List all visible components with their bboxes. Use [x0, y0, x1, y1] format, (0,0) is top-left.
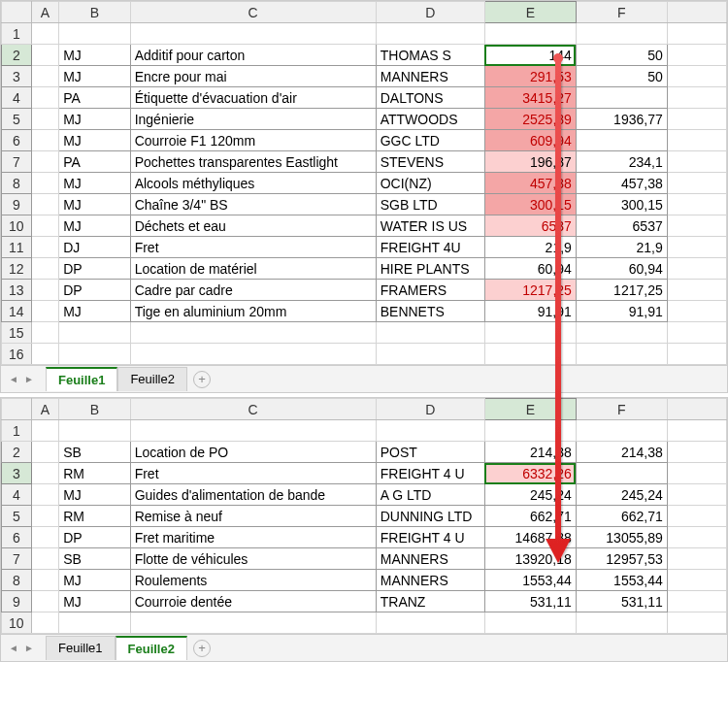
cell[interactable]: HIRE PLANTS — [376, 258, 484, 280]
cell[interactable]: A G LTD — [376, 484, 484, 506]
col-header-D[interactable]: D — [376, 399, 484, 420]
sheet-tab[interactable]: Feuille1 — [46, 367, 117, 391]
row-header[interactable]: 9 — [2, 194, 32, 215]
cell[interactable] — [667, 258, 726, 280]
cell[interactable]: Roulements — [130, 570, 376, 591]
cell[interactable]: 6332,26 — [484, 463, 576, 484]
grid-1[interactable]: A B C D E F 12MJAdditif pour cartonTHOMA… — [1, 1, 727, 365]
table-row[interactable]: 9MJChaîne 3/4" BSSGB LTD300,15300,15 — [2, 194, 727, 215]
cell[interactable]: 12957,53 — [576, 548, 667, 570]
cell[interactable] — [31, 612, 59, 634]
cell[interactable]: MJ — [59, 591, 130, 612]
table-row[interactable]: 9MJCourroie dentéeTRANZ531,11531,11 — [2, 591, 727, 612]
cell[interactable]: Fret — [130, 237, 376, 258]
cell[interactable]: Encre pour mai — [130, 66, 376, 87]
cell[interactable] — [59, 322, 130, 344]
table-row[interactable]: 5RMRemise à neufDUNNING LTD662,71662,71 — [2, 506, 727, 527]
cell[interactable] — [59, 612, 130, 634]
row-header[interactable]: 11 — [2, 237, 32, 258]
table-row[interactable]: 4MJGuides d'alimentation de bandeA G LTD… — [2, 484, 727, 506]
cell[interactable]: 3415,27 — [484, 87, 576, 109]
cell[interactable] — [667, 215, 726, 237]
table-row[interactable]: 12DPLocation de matérielHIRE PLANTS60,94… — [2, 258, 727, 280]
row-header[interactable]: 6 — [2, 130, 32, 151]
col-header-extra[interactable] — [667, 2, 726, 23]
cell[interactable]: SGB LTD — [376, 194, 484, 215]
cell[interactable] — [667, 612, 726, 634]
cell[interactable] — [667, 548, 726, 570]
column-headers[interactable]: A B C D E F — [2, 399, 727, 420]
cell[interactable]: Location de matériel — [130, 258, 376, 280]
cell[interactable] — [31, 237, 59, 258]
cell[interactable]: FRAMERS — [376, 280, 484, 301]
row-header[interactable]: 8 — [2, 173, 32, 194]
cell[interactable]: 14687,88 — [484, 527, 576, 548]
cell[interactable]: WATER IS US — [376, 215, 484, 237]
cell[interactable]: Ingénierie — [130, 109, 376, 130]
cell[interactable]: 291,53 — [484, 66, 576, 87]
cell[interactable] — [576, 420, 667, 442]
col-header-F[interactable]: F — [576, 2, 667, 23]
cell[interactable]: 300,15 — [484, 194, 576, 215]
cell[interactable] — [667, 420, 726, 442]
cell[interactable]: 144 — [484, 45, 576, 66]
cell[interactable]: MANNERS — [376, 570, 484, 591]
cell[interactable] — [667, 237, 726, 258]
cell[interactable]: 91,91 — [484, 301, 576, 322]
cell[interactable] — [59, 23, 130, 45]
table-row[interactable]: 1 — [2, 23, 727, 45]
row-header[interactable]: 7 — [2, 548, 32, 570]
cell[interactable]: TRANZ — [376, 591, 484, 612]
cell[interactable]: 6537 — [484, 215, 576, 237]
cell[interactable] — [576, 344, 667, 365]
cell[interactable] — [31, 87, 59, 109]
cell[interactable]: Pochettes transparentes Eastlight — [130, 151, 376, 173]
row-header[interactable]: 2 — [2, 45, 32, 66]
cell[interactable] — [667, 463, 726, 484]
tab-nav-prev-icon[interactable]: ◄ — [7, 642, 20, 655]
cell[interactable]: Location de PO — [130, 442, 376, 463]
cell[interactable]: 21,9 — [484, 237, 576, 258]
cell[interactable]: FREIGHT 4 U — [376, 463, 484, 484]
cell[interactable]: FREIGHT 4U — [376, 237, 484, 258]
row-header[interactable]: 5 — [2, 506, 32, 527]
row-header[interactable]: 10 — [2, 215, 32, 237]
cell[interactable] — [130, 344, 376, 365]
cell[interactable] — [31, 151, 59, 173]
cell[interactable] — [31, 280, 59, 301]
cell[interactable] — [667, 591, 726, 612]
table-row[interactable]: 10 — [2, 612, 727, 634]
cell[interactable] — [667, 506, 726, 527]
cell[interactable]: MJ — [59, 484, 130, 506]
cell[interactable] — [31, 344, 59, 365]
row-header[interactable]: 1 — [2, 23, 32, 45]
cell[interactable]: 13920,18 — [484, 548, 576, 570]
cell[interactable]: 245,24 — [484, 484, 576, 506]
cell[interactable]: 662,71 — [576, 506, 667, 527]
cell[interactable] — [31, 527, 59, 548]
cell[interactable] — [31, 591, 59, 612]
cell[interactable] — [667, 109, 726, 130]
table-row[interactable]: 5MJIngénierieATTWOODS2525,891936,77 — [2, 109, 727, 130]
cell[interactable]: Tige en aluminium 20mm — [130, 301, 376, 322]
cell[interactable] — [31, 66, 59, 87]
table-row[interactable]: 3RMFretFREIGHT 4 U6332,26 — [2, 463, 727, 484]
cell[interactable]: PA — [59, 87, 130, 109]
cell[interactable] — [667, 23, 726, 45]
cell[interactable]: MJ — [59, 66, 130, 87]
grid-2[interactable]: A B C D E F 12SBLocation de POPOST214,38… — [1, 398, 727, 634]
cell[interactable] — [576, 23, 667, 45]
table-row[interactable]: 16 — [2, 344, 727, 365]
table-row[interactable]: 13DPCadre par cadreFRAMERS1217,251217,25 — [2, 280, 727, 301]
row-header[interactable]: 10 — [2, 612, 32, 634]
row-header[interactable]: 13 — [2, 280, 32, 301]
cell[interactable]: GGC LTD — [376, 130, 484, 151]
row-header[interactable]: 5 — [2, 109, 32, 130]
cell[interactable]: MJ — [59, 570, 130, 591]
col-header-D[interactable]: D — [376, 2, 484, 23]
col-header-C[interactable]: C — [130, 2, 376, 23]
cell[interactable]: Additif pour carton — [130, 45, 376, 66]
cell[interactable] — [667, 442, 726, 463]
cell[interactable]: 91,91 — [576, 301, 667, 322]
cell[interactable]: Courroie F1 120mm — [130, 130, 376, 151]
